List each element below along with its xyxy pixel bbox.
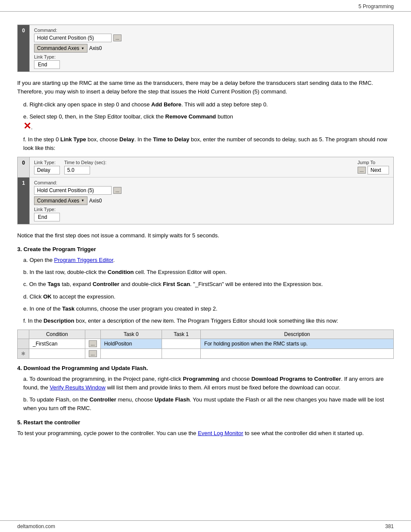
section-5-heading: 5. Restart the controller — [17, 419, 394, 426]
task0-cell-star[interactable] — [100, 348, 162, 358]
command-input-row: Hold Current Position (5) ... — [34, 34, 389, 42]
table-row: ✱ ... — [18, 348, 394, 358]
command-value-1[interactable]: Hold Current Position (5) — [34, 186, 112, 195]
command-value[interactable]: Hold Current Position (5) — [34, 34, 112, 42]
chapter-title: 5 Programming — [358, 3, 394, 9]
star-ellipsis-btn[interactable]: ... — [89, 350, 97, 357]
remove-command-icon: ✕ — [23, 121, 31, 131]
section3-step-a: a. Open the Program Triggers Editor. — [17, 256, 394, 264]
link-type-value-1[interactable]: End — [34, 213, 60, 221]
th-ellipsis — [85, 330, 100, 339]
command-input-row-1: Hold Current Position (5) ... — [34, 186, 389, 195]
command-label: Command: — [34, 28, 389, 33]
footer-page-num: 381 — [385, 523, 394, 529]
step-f: f. In the step 0 Link Type box, choose D… — [17, 135, 394, 152]
link-type-box-top: Link Type: End — [34, 54, 389, 69]
row-number-0: 0 — [18, 25, 30, 72]
section-3-heading: 3. Create the Program Trigger — [17, 246, 394, 252]
notice-para: Notice that the first step does not issu… — [17, 231, 394, 240]
section4-step-a: a. To download the programming, in the P… — [17, 375, 394, 392]
axis-value-top: Axis0 — [89, 45, 102, 51]
section3-step-c: c. On the Tags tab, expand Controller an… — [17, 280, 394, 289]
step-d: d. Right-click any open space in step 0 … — [17, 100, 394, 109]
th-empty — [18, 330, 29, 339]
commanded-axes-dropdown-1[interactable]: Commanded Axes ▼ — [34, 196, 87, 205]
cmd-box-row-0: 0 Command: Hold Current Position (5) ...… — [18, 25, 393, 72]
section5-para: To test your programming, cycle power to… — [17, 429, 394, 438]
trigger-table: Condition Task 0 Task 1 Description _Fir… — [17, 330, 394, 359]
jump-to-cell: Jump To ... Next — [358, 160, 389, 174]
commanded-axes-dropdown[interactable]: Commanded Axes ▼ — [34, 44, 87, 53]
program-triggers-editor-link[interactable]: Program Triggers Editor — [54, 257, 113, 263]
delay-row-0: 0 Link Type: Delay Time to Delay (sec): … — [18, 157, 393, 177]
delay-content-0: Link Type: Delay Time to Delay (sec): 5.… — [30, 157, 393, 177]
page-container: 5 Programming 0 Command: Hold Current Po… — [0, 0, 411, 532]
dropdown-arrow-icon: ▼ — [81, 47, 84, 50]
time-to-delay-val[interactable]: 5.0 — [64, 166, 90, 174]
ellipsis-cell-0[interactable]: ... — [85, 339, 100, 348]
ellipsis-button-1[interactable]: ... — [113, 187, 121, 194]
page-footer: deltamotion.com 381 — [0, 520, 411, 532]
link-type-cell: Link Type: Delay — [34, 160, 60, 174]
th-task0: Task 0 — [100, 330, 162, 339]
dropdown-arrow-icon-1: ▼ — [81, 199, 84, 202]
description-cell-star[interactable] — [201, 348, 394, 358]
delay-row-1: 1 Command: Hold Current Position (5) ...… — [18, 177, 393, 224]
section4-step-b: b. To update Flash, on the Controller me… — [17, 395, 394, 413]
delay-inner-row: Link Type: Delay Time to Delay (sec): 5.… — [34, 160, 389, 174]
section3-step-b: b. In the last row, double-click the Con… — [17, 268, 394, 277]
description-cell-0[interactable]: For holding position when the RMC starts… — [201, 339, 394, 348]
step-e: e. Select step 0, then, in the Step Edit… — [17, 112, 394, 131]
table-row: _FirstScan ... HoldPositon For holding p… — [18, 339, 394, 348]
para-1: If you are starting up the RMC at the sa… — [17, 79, 394, 96]
th-task1: Task 1 — [162, 330, 201, 339]
link-type-label-1: Link Type: — [34, 207, 389, 212]
section3-step-e: e. In one of the Task columns, choose th… — [17, 305, 394, 313]
row-num-cell-0 — [18, 339, 29, 348]
delay-row-num-1: 1 — [18, 177, 30, 224]
top-command-box: 0 Command: Hold Current Position (5) ...… — [17, 25, 394, 72]
task1-cell-0[interactable] — [162, 339, 201, 348]
link-type-delay-val[interactable]: Delay — [34, 166, 60, 174]
page-header: 5 Programming — [0, 0, 411, 12]
time-to-delay-cell: Time to Delay (sec): 5.0 — [64, 160, 106, 174]
link-type-value-top[interactable]: End — [34, 60, 60, 69]
task0-cell-0[interactable]: HoldPositon — [100, 339, 162, 348]
command-label-1: Command: — [34, 180, 389, 185]
row-num-cell-star: ✱ — [18, 348, 29, 358]
condition-cell-0[interactable]: _FirstScan — [29, 339, 85, 348]
jump-to-group: Jump To ... Next — [358, 160, 389, 174]
axis-value-1: Axis0 — [89, 198, 102, 204]
next-val[interactable]: Next — [367, 166, 389, 174]
event-log-monitor-link[interactable]: Event Log Monitor — [198, 430, 243, 436]
cmd-content-0: Command: Hold Current Position (5) ... C… — [30, 25, 393, 72]
footer-website: deltamotion.com — [17, 523, 55, 529]
jump-ellipsis-button[interactable]: ... — [358, 167, 366, 174]
condition-cell-star[interactable] — [29, 348, 85, 358]
section3-step-f: f. In the Description box, enter a descr… — [17, 317, 394, 325]
ellipsis-button-top[interactable]: ... — [113, 34, 121, 41]
link-type-label-top: Link Type: — [34, 54, 389, 59]
th-condition: Condition — [29, 330, 85, 339]
link-type-box-1: Link Type: End — [34, 207, 389, 221]
verify-results-link[interactable]: Verify Results Window — [50, 384, 105, 391]
ellipsis-cell-star[interactable]: ... — [85, 348, 100, 358]
section-4-heading: 4. Download the Programming and Update F… — [17, 365, 394, 371]
section3-step-d: d. Click OK to accept the expression. — [17, 292, 394, 301]
delay-command-box: 0 Link Type: Delay Time to Delay (sec): … — [17, 157, 394, 224]
trigger-table-header: Condition Task 0 Task 1 Description — [18, 330, 394, 339]
delay-row-num-0: 0 — [18, 157, 30, 177]
axes-row: Commanded Axes ▼ Axis0 — [34, 44, 389, 53]
th-description: Description — [201, 330, 394, 339]
delay-content-1: Command: Hold Current Position (5) ... C… — [30, 177, 393, 224]
task1-cell-star[interactable] — [162, 348, 201, 358]
axes-row-1: Commanded Axes ▼ Axis0 — [34, 196, 389, 205]
condition-ellipsis-btn[interactable]: ... — [89, 340, 97, 347]
main-content: 0 Command: Hold Current Position (5) ...… — [0, 12, 411, 468]
